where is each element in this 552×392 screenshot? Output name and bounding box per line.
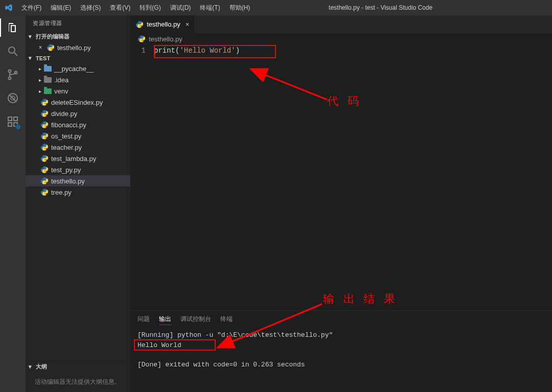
chevron-down-icon: ▾ [29, 363, 34, 370]
sidebar-title: 资源管理器 [26, 15, 130, 31]
tree-file[interactable]: test_py.py [26, 164, 130, 175]
menu-debug[interactable]: 调试(D) [166, 2, 195, 14]
svg-line-1 [14, 53, 17, 56]
output-line: [Done] exited with code=0 in 0.263 secon… [137, 360, 545, 370]
code-editor[interactable]: 1 print('Hello World') [130, 44, 552, 310]
tree-label: divide.py [51, 110, 77, 118]
tree-folder[interactable]: ▸ venv [26, 85, 130, 97]
editor-tabs: testhello.py × [130, 15, 552, 33]
tree-label: venv [54, 87, 68, 95]
chevron-right-icon: ▸ [37, 88, 43, 94]
search-icon [7, 45, 19, 57]
gutter: 1 [130, 45, 154, 310]
python-file-icon [40, 109, 49, 118]
tree-label: fibonacci.py [51, 121, 86, 129]
tree-file[interactable]: teacher.py [26, 142, 130, 153]
tree-folder[interactable]: ▸ __pycache__ [26, 63, 130, 74]
tree-label: teacher.py [51, 144, 82, 151]
panel-tabs: 问题 输出 调试控制台 终端 [130, 311, 552, 327]
line-number: 1 [130, 45, 146, 56]
panel-tab-terminal[interactable]: 终端 [220, 314, 233, 325]
tree-label: test_lambda.py [51, 155, 96, 163]
tree-file[interactable]: fibonacci.py [26, 119, 130, 130]
output-line: Hello World [137, 340, 545, 351]
menu-view[interactable]: 查看(V) [106, 2, 134, 14]
panel-tab-output[interactable]: 输出 [159, 314, 171, 325]
svg-rect-11 [14, 117, 17, 121]
tree-file[interactable]: divide.py [26, 108, 130, 119]
python-file-icon [135, 20, 144, 29]
tree-folder[interactable]: ▸ .idea [26, 74, 130, 85]
folder-icon [43, 76, 52, 84]
chevron-right-icon: ▸ [37, 77, 43, 83]
vscode-logo-icon [4, 3, 13, 12]
open-editor-name: testhello.py [57, 44, 91, 52]
sidebar: 资源管理器 ▾ 打开的编辑器 × testhello.py ▾ TEST ▸ _… [26, 15, 130, 392]
tree-file[interactable]: testhello.py [26, 175, 130, 187]
open-editors-header[interactable]: ▾ 打开的编辑器 [26, 31, 130, 42]
tree-file[interactable]: tree.py [26, 187, 130, 198]
badge-icon [15, 124, 21, 130]
activity-extensions[interactable] [6, 114, 20, 129]
outline-message: 活动编辑器无法提供大纲信息。 [26, 372, 130, 392]
python-file-icon [40, 143, 49, 151]
svg-point-3 [9, 77, 11, 80]
tab-label: testhello.py [147, 20, 180, 28]
tree-label: tree.py [51, 189, 72, 196]
python-file-icon [40, 121, 49, 129]
svg-line-6 [9, 95, 16, 102]
panel-tab-problems[interactable]: 问题 [137, 314, 150, 325]
tree-label: os_test.py [51, 132, 81, 140]
menu-terminal[interactable]: 终端(T) [196, 2, 224, 14]
tree-label: test_py.py [51, 166, 81, 174]
git-icon [7, 68, 19, 81]
menu-selection[interactable]: 选择(S) [76, 2, 105, 14]
main-content: 资源管理器 ▾ 打开的编辑器 × testhello.py ▾ TEST ▸ _… [0, 15, 552, 392]
close-icon[interactable]: × [37, 44, 44, 51]
folder-header[interactable]: ▾ TEST [26, 53, 130, 63]
close-icon[interactable]: × [186, 20, 190, 28]
output-line: [Running] python -u "d:\E\code\test\test… [137, 330, 545, 340]
titlebar: 文件(F) 编辑(E) 选择(S) 查看(V) 转到(G) 调试(D) 终端(T… [0, 0, 552, 15]
outline-header[interactable]: ▾ 大纲 [26, 361, 130, 372]
editor-tab[interactable]: testhello.py × [130, 15, 195, 33]
open-editors-label: 打开的编辑器 [36, 33, 70, 40]
activity-debug[interactable] [6, 91, 20, 105]
breadcrumb[interactable]: testhello.py [130, 33, 552, 44]
menu-go[interactable]: 转到(G) [135, 2, 165, 14]
menu-help[interactable]: 帮助(H) [225, 2, 255, 14]
menu-bar: 文件(F) 编辑(E) 选择(S) 查看(V) 转到(G) 调试(D) 终端(T… [17, 2, 254, 14]
panel-tab-debug-console[interactable]: 调试控制台 [180, 314, 211, 325]
editor-area: testhello.py × testhello.py 1 print('Hel… [130, 15, 552, 392]
open-editor-item[interactable]: × testhello.py [26, 42, 130, 53]
python-file-icon [40, 166, 49, 174]
folder-label: TEST [36, 55, 50, 61]
svg-point-2 [9, 70, 11, 73]
activity-git[interactable] [6, 67, 20, 82]
folder-icon [43, 64, 52, 73]
menu-file[interactable]: 文件(F) [17, 2, 45, 14]
code-content: print('Hello World') [154, 45, 240, 310]
python-file-icon [40, 132, 49, 140]
chevron-down-icon: ▾ [29, 33, 34, 40]
output-body[interactable]: [Running] python -u "d:\E\code\test\test… [130, 327, 552, 392]
tree-label: __pycache__ [54, 65, 94, 73]
chevron-down-icon: ▾ [29, 55, 34, 61]
tree-file[interactable]: os_test.py [26, 130, 130, 142]
outline-label: 大纲 [36, 363, 47, 371]
python-file-icon [46, 43, 55, 52]
menu-edit[interactable]: 编辑(E) [47, 2, 75, 14]
tree-label: testhello.py [51, 177, 85, 185]
token-string: 'Hello World' [179, 47, 235, 55]
files-icon [7, 21, 19, 34]
python-file-icon [137, 35, 146, 43]
activity-search[interactable] [6, 44, 20, 58]
tree-file[interactable]: test_lambda.py [26, 153, 130, 164]
tree-file[interactable]: deleteESindex.py [26, 97, 130, 108]
outline-section: ▾ 大纲 活动编辑器无法提供大纲信息。 [26, 361, 130, 392]
svg-point-0 [9, 47, 15, 53]
token-paren: ) [236, 47, 240, 55]
activity-explorer[interactable] [6, 20, 20, 35]
bottom-panel: 问题 输出 调试控制台 终端 [Running] python -u "d:\E… [130, 310, 552, 392]
breadcrumb-label: testhello.py [149, 35, 182, 43]
